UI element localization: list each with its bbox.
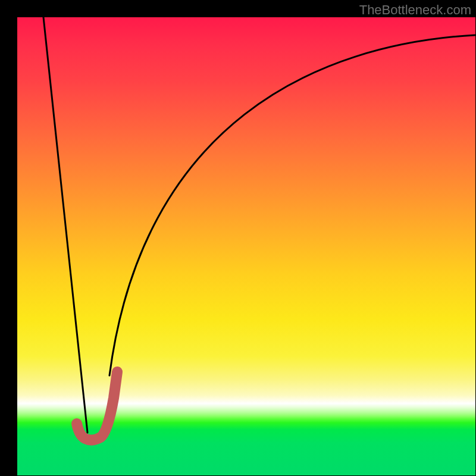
plot-area — [17, 17, 475, 475]
left-branch-line — [43, 17, 87, 433]
chart-frame: TheBottleneck.com — [0, 0, 476, 476]
watermark-text: TheBottleneck.com — [359, 2, 471, 18]
curve-layer — [17, 17, 475, 475]
right-curve-line — [109, 35, 475, 375]
